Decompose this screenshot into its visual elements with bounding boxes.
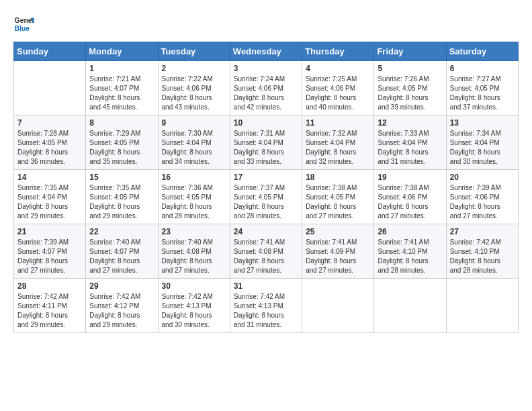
calendar-cell: 28Sunrise: 7:42 AMSunset: 4:11 PMDayligh… [14,279,86,333]
day-info: Sunrise: 7:32 AMSunset: 4:04 PMDaylight:… [306,129,370,167]
day-info: Sunrise: 7:42 AMSunset: 4:10 PMDaylight:… [450,238,515,275]
calendar-cell: 4Sunrise: 7:25 AMSunset: 4:06 PMDaylight… [302,61,374,116]
day-info: Sunrise: 7:38 AMSunset: 4:06 PMDaylight:… [378,183,442,221]
calendar-cell: 7Sunrise: 7:28 AMSunset: 4:05 PMDaylight… [14,116,86,170]
day-number: 15 [89,173,154,182]
weekday-header-thursday: Thursday [302,42,374,61]
day-number: 28 [17,281,82,291]
day-info: Sunrise: 7:41 AMSunset: 4:10 PMDaylight:… [378,238,442,275]
day-number: 2 [162,64,226,73]
calendar-cell: 16Sunrise: 7:36 AMSunset: 4:05 PMDayligh… [158,170,230,224]
calendar-cell: 21Sunrise: 7:39 AMSunset: 4:07 PMDayligh… [14,224,86,279]
day-info: Sunrise: 7:24 AMSunset: 4:06 PMDaylight:… [234,75,298,112]
day-number: 18 [306,173,370,182]
day-info: Sunrise: 7:39 AMSunset: 4:07 PMDaylight:… [17,238,82,275]
day-info: Sunrise: 7:28 AMSunset: 4:05 PMDaylight:… [17,129,82,167]
calendar-cell: 2Sunrise: 7:22 AMSunset: 4:06 PMDaylight… [158,61,230,116]
day-info: Sunrise: 7:41 AMSunset: 4:08 PMDaylight:… [234,238,298,275]
calendar-cell: 24Sunrise: 7:41 AMSunset: 4:08 PMDayligh… [230,224,302,279]
day-info: Sunrise: 7:35 AMSunset: 4:04 PMDaylight:… [17,183,82,221]
weekday-header-saturday: Saturday [446,42,518,61]
day-info: Sunrise: 7:42 AMSunset: 4:13 PMDaylight:… [162,292,226,330]
calendar-cell [374,279,446,333]
day-info: Sunrise: 7:30 AMSunset: 4:04 PMDaylight:… [162,129,226,167]
calendar-table: SundayMondayTuesdayWednesdayThursdayFrid… [13,42,519,333]
calendar-cell: 12Sunrise: 7:33 AMSunset: 4:04 PMDayligh… [374,116,446,170]
day-info: Sunrise: 7:21 AMSunset: 4:07 PMDaylight:… [89,75,154,112]
calendar-cell: 25Sunrise: 7:41 AMSunset: 4:09 PMDayligh… [302,224,374,279]
day-info: Sunrise: 7:37 AMSunset: 4:05 PMDaylight:… [234,183,298,221]
day-number: 19 [378,173,442,182]
day-info: Sunrise: 7:34 AMSunset: 4:04 PMDaylight:… [450,129,515,167]
calendar-cell: 31Sunrise: 7:42 AMSunset: 4:13 PMDayligh… [230,279,302,333]
day-number: 6 [450,64,515,73]
day-info: Sunrise: 7:41 AMSunset: 4:09 PMDaylight:… [306,238,370,275]
calendar-cell: 8Sunrise: 7:29 AMSunset: 4:05 PMDaylight… [86,116,158,170]
day-number: 8 [89,118,154,128]
calendar-cell: 5Sunrise: 7:26 AMSunset: 4:05 PMDaylight… [374,61,446,116]
day-info: Sunrise: 7:42 AMSunset: 4:11 PMDaylight:… [17,292,82,330]
day-info: Sunrise: 7:36 AMSunset: 4:05 PMDaylight:… [162,183,226,221]
calendar-cell: 30Sunrise: 7:42 AMSunset: 4:13 PMDayligh… [158,279,230,333]
calendar-cell [302,279,374,333]
calendar-cell: 18Sunrise: 7:38 AMSunset: 4:05 PMDayligh… [302,170,374,224]
calendar-cell: 3Sunrise: 7:24 AMSunset: 4:06 PMDaylight… [230,61,302,116]
day-info: Sunrise: 7:40 AMSunset: 4:08 PMDaylight:… [162,238,226,275]
day-number: 16 [162,173,226,182]
day-info: Sunrise: 7:26 AMSunset: 4:05 PMDaylight:… [378,75,442,112]
day-number: 22 [89,227,154,236]
calendar-cell: 17Sunrise: 7:37 AMSunset: 4:05 PMDayligh… [230,170,302,224]
weekday-header-friday: Friday [374,42,446,61]
day-number: 5 [378,64,442,73]
day-number: 29 [89,281,154,291]
day-number: 14 [17,173,82,182]
calendar-week-4: 21Sunrise: 7:39 AMSunset: 4:07 PMDayligh… [14,224,519,279]
calendar-header-row: SundayMondayTuesdayWednesdayThursdayFrid… [14,42,519,61]
calendar-cell: 6Sunrise: 7:27 AMSunset: 4:05 PMDaylight… [446,61,518,116]
day-info: Sunrise: 7:40 AMSunset: 4:07 PMDaylight:… [89,238,154,275]
calendar-week-3: 14Sunrise: 7:35 AMSunset: 4:04 PMDayligh… [14,170,519,224]
day-info: Sunrise: 7:39 AMSunset: 4:06 PMDaylight:… [450,183,515,221]
day-number: 13 [450,118,515,128]
logo-icon: General Blue [13,13,35,35]
day-info: Sunrise: 7:42 AMSunset: 4:13 PMDaylight:… [234,292,298,330]
calendar-cell: 23Sunrise: 7:40 AMSunset: 4:08 PMDayligh… [158,224,230,279]
day-info: Sunrise: 7:29 AMSunset: 4:05 PMDaylight:… [89,129,154,167]
calendar-cell: 29Sunrise: 7:42 AMSunset: 4:12 PMDayligh… [86,279,158,333]
day-number: 3 [234,64,298,73]
calendar-cell: 10Sunrise: 7:31 AMSunset: 4:04 PMDayligh… [230,116,302,170]
day-info: Sunrise: 7:25 AMSunset: 4:06 PMDaylight:… [306,75,370,112]
calendar-cell: 22Sunrise: 7:40 AMSunset: 4:07 PMDayligh… [86,224,158,279]
day-number: 31 [234,281,298,291]
day-number: 10 [234,118,298,128]
day-info: Sunrise: 7:33 AMSunset: 4:04 PMDaylight:… [378,129,442,167]
calendar-week-1: 1Sunrise: 7:21 AMSunset: 4:07 PMDaylight… [14,61,519,116]
calendar-cell [446,279,518,333]
logo: General Blue [13,13,38,35]
day-number: 7 [17,118,82,128]
calendar-week-5: 28Sunrise: 7:42 AMSunset: 4:11 PMDayligh… [14,279,519,333]
calendar-cell: 27Sunrise: 7:42 AMSunset: 4:10 PMDayligh… [446,224,518,279]
calendar-cell: 19Sunrise: 7:38 AMSunset: 4:06 PMDayligh… [374,170,446,224]
day-info: Sunrise: 7:27 AMSunset: 4:05 PMDaylight:… [450,75,515,112]
day-info: Sunrise: 7:31 AMSunset: 4:04 PMDaylight:… [234,129,298,167]
day-number: 17 [234,173,298,182]
calendar-cell: 26Sunrise: 7:41 AMSunset: 4:10 PMDayligh… [374,224,446,279]
day-info: Sunrise: 7:35 AMSunset: 4:05 PMDaylight:… [89,183,154,221]
weekday-header-wednesday: Wednesday [230,42,302,61]
day-number: 11 [306,118,370,128]
day-number: 23 [162,227,226,236]
calendar-cell: 1Sunrise: 7:21 AMSunset: 4:07 PMDaylight… [86,61,158,116]
day-number: 27 [450,227,515,236]
day-info: Sunrise: 7:22 AMSunset: 4:06 PMDaylight:… [162,75,226,112]
day-number: 4 [306,64,370,73]
calendar-cell: 20Sunrise: 7:39 AMSunset: 4:06 PMDayligh… [446,170,518,224]
day-number: 30 [162,281,226,291]
day-info: Sunrise: 7:38 AMSunset: 4:05 PMDaylight:… [306,183,370,221]
svg-text:Blue: Blue [15,25,30,32]
calendar-cell: 14Sunrise: 7:35 AMSunset: 4:04 PMDayligh… [14,170,86,224]
day-number: 1 [89,64,154,73]
page-header: General Blue [13,13,519,35]
calendar-cell [14,61,86,116]
day-number: 25 [306,227,370,236]
